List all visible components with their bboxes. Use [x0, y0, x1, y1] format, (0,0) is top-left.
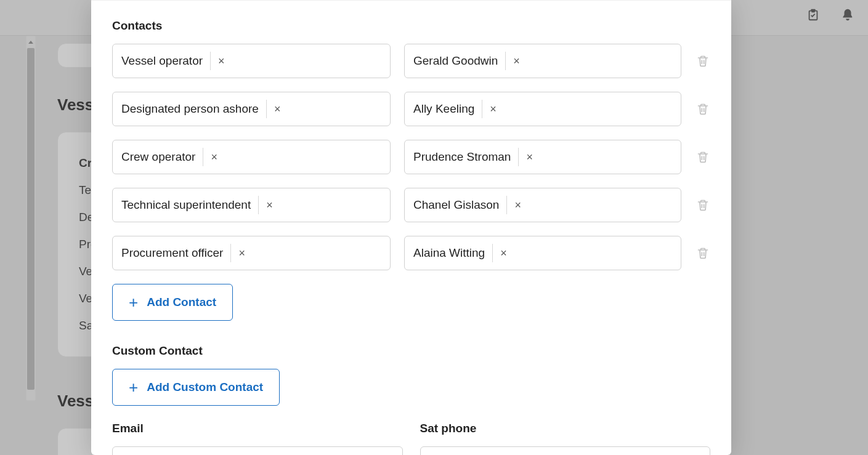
sat-phone-input[interactable]: [420, 446, 711, 455]
email-label: Email: [112, 422, 403, 435]
clear-role-icon[interactable]: ×: [237, 248, 246, 259]
clear-person-icon[interactable]: ×: [512, 55, 521, 66]
email-input[interactable]: [112, 446, 403, 455]
token-separator: [518, 148, 519, 166]
contact-role-value: Crew operator: [121, 150, 195, 164]
contact-person-value: Gerald Goodwin: [413, 54, 498, 68]
token-separator: [203, 148, 203, 166]
add-contact-label: Add Contact: [147, 296, 216, 309]
delete-contact-button[interactable]: [695, 246, 710, 260]
contact-role-value: Technical superintendent: [121, 198, 251, 212]
plus-icon: +: [129, 294, 138, 310]
edit-contacts-modal: Contacts Vessel operator×Gerald Goodwin×…: [91, 0, 731, 455]
clear-person-icon[interactable]: ×: [513, 199, 522, 211]
clear-role-icon[interactable]: ×: [265, 199, 274, 211]
token-separator: [492, 244, 493, 262]
contact-role-value: Procurement officer: [121, 246, 223, 260]
clear-person-icon[interactable]: ×: [525, 151, 534, 163]
delete-contact-button[interactable]: [695, 198, 710, 212]
add-custom-contact-label: Add Custom Contact: [147, 381, 263, 394]
token-separator: [506, 196, 507, 214]
token-separator: [258, 196, 259, 214]
custom-contact-section-label: Custom Contact: [112, 344, 710, 358]
contact-person-value: Prudence Stroman: [413, 150, 511, 164]
contact-role-select[interactable]: Procurement officer×: [112, 236, 391, 270]
contact-role-select[interactable]: Technical superintendent×: [112, 188, 391, 222]
delete-contact-button[interactable]: [695, 54, 710, 68]
clear-role-icon[interactable]: ×: [209, 151, 219, 163]
contact-person-value: Chanel Gislason: [413, 198, 499, 212]
contact-role-value: Vessel operator: [121, 54, 203, 68]
contact-row: Designated person ashore×Ally Keeling×: [112, 92, 710, 126]
clear-role-icon[interactable]: ×: [273, 103, 282, 115]
clear-person-icon[interactable]: ×: [489, 103, 498, 115]
token-separator: [505, 52, 506, 70]
contacts-section-label: Contacts: [112, 19, 710, 33]
contact-person-select[interactable]: Ally Keeling×: [404, 92, 681, 126]
contact-person-select[interactable]: Gerald Goodwin×: [404, 44, 681, 78]
contact-role-value: Designated person ashore: [121, 102, 259, 116]
contact-person-select[interactable]: Prudence Stroman×: [404, 140, 681, 174]
contact-role-select[interactable]: Vessel operator×: [112, 44, 391, 78]
delete-contact-button[interactable]: [695, 150, 710, 164]
token-separator: [230, 244, 231, 262]
plus-icon: +: [129, 379, 138, 395]
contact-person-value: Alaina Witting: [413, 246, 485, 260]
contact-row: Vessel operator×Gerald Goodwin×: [112, 44, 710, 78]
contact-person-value: Ally Keeling: [413, 102, 474, 116]
contact-row: Technical superintendent×Chanel Gislason…: [112, 188, 710, 222]
sat-phone-label: Sat phone: [420, 422, 711, 435]
contact-person-select[interactable]: Chanel Gislason×: [404, 188, 681, 222]
contact-row: Procurement officer×Alaina Witting×: [112, 236, 710, 270]
add-custom-contact-button[interactable]: + Add Custom Contact: [112, 369, 280, 406]
contact-role-select[interactable]: Designated person ashore×: [112, 92, 391, 126]
contact-person-select[interactable]: Alaina Witting×: [404, 236, 681, 270]
clear-person-icon[interactable]: ×: [499, 248, 508, 259]
add-contact-button[interactable]: + Add Contact: [112, 284, 233, 321]
contact-row: Crew operator×Prudence Stroman×: [112, 140, 710, 174]
token-separator: [266, 100, 267, 118]
clear-role-icon[interactable]: ×: [217, 55, 226, 66]
delete-contact-button[interactable]: [695, 102, 710, 116]
contact-role-select[interactable]: Crew operator×: [112, 140, 391, 174]
token-separator: [210, 52, 211, 70]
token-separator: [482, 100, 482, 118]
